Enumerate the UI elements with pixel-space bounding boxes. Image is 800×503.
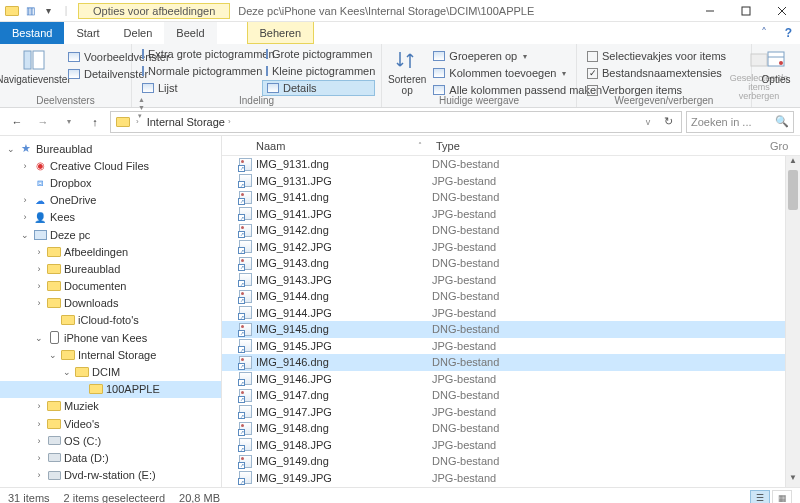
tree-item[interactable]: ⌄iPhone van Kees [0,329,221,346]
file-row[interactable]: ↗IMG_9146.JPGJPG-bestand [222,371,800,388]
close-button[interactable] [764,0,800,22]
tree-twist-icon[interactable]: › [34,436,44,446]
tree-item[interactable]: ›Dvd-rw-station (E:) [0,467,221,484]
file-row[interactable]: ↗IMG_9150.dngDNG-bestand [222,486,800,487]
tree-item[interactable]: ›Data (D:) [0,449,221,466]
minimize-button[interactable] [692,0,728,22]
tree-item[interactable]: ›Bureaublad [0,260,221,277]
file-row[interactable]: ↗IMG_9144.JPGJPG-bestand [222,305,800,322]
layout-more-icon[interactable]: ▾ [138,112,147,120]
tree-twist-icon[interactable]: › [34,401,44,411]
tree-item[interactable]: ›Muziek [0,398,221,415]
layout-xl-icons[interactable]: Extra grote pictogrammen [138,46,262,62]
tab-share[interactable]: Delen [112,22,165,44]
file-row[interactable]: ↗IMG_9142.JPGJPG-bestand [222,239,800,256]
file-row[interactable]: ↗IMG_9145.JPGJPG-bestand [222,338,800,355]
sort-by-button[interactable]: Sorteren op [388,46,426,96]
tree-twist-icon[interactable]: › [34,453,44,463]
navigation-tree[interactable]: ⌄★Bureaublad›◉Creative Cloud Files⧈Dropb… [0,136,222,487]
address-dropdown-icon[interactable]: v [639,117,657,127]
tree-twist-icon[interactable]: ⌄ [48,350,58,360]
column-name[interactable]: Naam˄ [222,140,432,152]
scrollbar[interactable]: ▲ ▼ [785,156,800,487]
view-thumbnails-button[interactable]: ▦ [772,490,792,504]
tab-view[interactable]: Beeld [164,22,216,44]
file-list[interactable]: ↗IMG_9131.dngDNG-bestand↗IMG_9131.JPGJPG… [222,156,800,487]
layout-details[interactable]: Details [262,80,375,96]
scroll-up-icon[interactable]: ▲ [786,156,800,170]
tree-twist-icon[interactable]: › [34,264,44,274]
tree-twist-icon[interactable]: › [20,161,30,171]
tree-item[interactable]: iCloud-foto's [0,312,221,329]
tree-item[interactable]: ›Video's [0,415,221,432]
tree-twist-icon[interactable]: ⌄ [62,367,72,377]
breadcrumb-segment[interactable]: DCIM› [144,130,239,133]
column-type[interactable]: Type [432,140,770,152]
tab-start[interactable]: Start [64,22,111,44]
scroll-down-icon[interactable]: ▼ [786,473,800,487]
tree-item[interactable]: ›☁OneDrive [0,192,221,209]
file-row[interactable]: ↗IMG_9146.dngDNG-bestand [222,354,800,371]
file-row[interactable]: ↗IMG_9148.JPGJPG-bestand [222,437,800,454]
layout-sm-icons[interactable]: Kleine pictogrammen [262,63,375,79]
properties-icon[interactable]: ▥ [22,3,38,19]
back-button[interactable]: ← [6,111,28,133]
file-row[interactable]: ↗IMG_9143.JPGJPG-bestand [222,272,800,289]
up-button[interactable]: ↑ [84,111,106,133]
ribbon-collapse-icon[interactable]: ˄ [761,26,767,40]
help-icon[interactable]: ? [785,26,792,40]
view-details-button[interactable]: ☰ [750,490,770,504]
forward-button[interactable]: → [32,111,54,133]
tree-twist-icon[interactable]: › [20,195,30,205]
file-row[interactable]: ↗IMG_9145.dngDNG-bestand [222,321,800,338]
column-headers[interactable]: Naam˄ Type Gro [222,136,800,156]
file-row[interactable]: ↗IMG_9141.dngDNG-bestand [222,189,800,206]
file-row[interactable]: ↗IMG_9147.JPGJPG-bestand [222,404,800,421]
qat-dropdown-icon[interactable]: ▾ [40,3,56,19]
refresh-icon[interactable]: ↻ [659,115,677,128]
tree-item[interactable]: ›Downloads [0,295,221,312]
tree-item[interactable]: ⌄Internal Storage [0,346,221,363]
layout-list[interactable]: Lijst [138,80,262,96]
tree-twist-icon[interactable]: ⌄ [34,333,44,343]
file-row[interactable]: ↗IMG_9142.dngDNG-bestand [222,222,800,239]
navigation-pane-button[interactable]: Navigatievenster [6,46,61,85]
search-input[interactable]: Zoeken in ... 🔍 [686,111,794,133]
column-size[interactable]: Gro [770,140,800,152]
scrollbar-thumb[interactable] [788,170,798,210]
file-row[interactable]: ↗IMG_9144.dngDNG-bestand [222,288,800,305]
file-row[interactable]: ↗IMG_9131.JPGJPG-bestand [222,173,800,190]
tab-manage[interactable]: Beheren [247,22,315,44]
file-row[interactable]: ↗IMG_9143.dngDNG-bestand [222,255,800,272]
tree-item[interactable]: ›RAW-bestanden (R:) [0,484,221,487]
file-row[interactable]: ↗IMG_9141.JPGJPG-bestand [222,206,800,223]
tab-file[interactable]: Bestand [0,22,64,44]
tree-item[interactable]: ⌄★Bureaublad [0,140,221,157]
tree-twist-icon[interactable]: › [34,247,44,257]
tree-item[interactable]: ›👤Kees [0,209,221,226]
file-row[interactable]: ↗IMG_9131.dngDNG-bestand [222,156,800,173]
file-row[interactable]: ↗IMG_9149.dngDNG-bestand [222,453,800,470]
tree-item[interactable]: ⌄Deze pc [0,226,221,243]
tree-twist-icon[interactable]: › [34,470,44,480]
layout-md-icons[interactable]: Normale pictogrammen [138,63,262,79]
tree-twist-icon[interactable]: › [20,212,30,222]
tree-twist-icon[interactable]: › [34,419,44,429]
tree-twist-icon[interactable]: ⌄ [20,230,30,240]
tree-twist-icon[interactable]: › [34,281,44,291]
tree-twist-icon[interactable]: ⌄ [6,144,16,154]
layout-lg-icons[interactable]: Grote pictogrammen [262,46,375,62]
tree-item[interactable]: 100APPLE [0,381,221,398]
file-row[interactable]: ↗IMG_9147.dngDNG-bestand [222,387,800,404]
recent-locations-button[interactable]: ▾ [58,111,80,133]
tree-item[interactable]: ›Documenten [0,278,221,295]
item-checkboxes-toggle[interactable]: Selectievakjes voor items [583,48,730,64]
tree-item[interactable]: ›OS (C:) [0,432,221,449]
tree-item[interactable]: ⧈Dropbox [0,174,221,191]
maximize-button[interactable] [728,0,764,22]
tree-twist-icon[interactable]: › [34,298,44,308]
tree-item[interactable]: ⌄DCIM [0,363,221,380]
file-row[interactable]: ↗IMG_9149.JPGJPG-bestand [222,470,800,487]
tree-item[interactable]: ›Afbeeldingen [0,243,221,260]
options-button[interactable]: Opties [758,46,794,85]
